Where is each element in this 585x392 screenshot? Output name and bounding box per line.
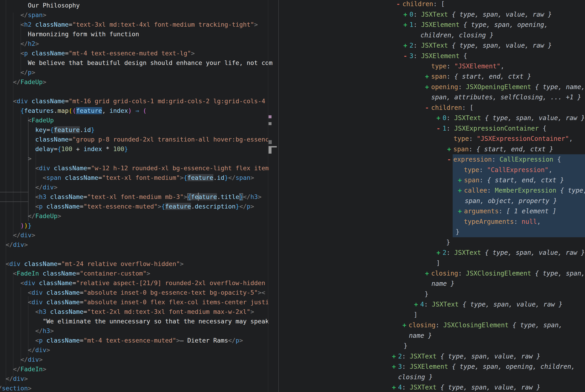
code-line[interactable]: </div> — [0, 355, 43, 364]
ast-row[interactable]: type: "JSXElement", — [431, 61, 504, 71]
ast-row[interactable]: +closing: JSXClosingElement { type, span… — [403, 320, 562, 330]
ast-row[interactable]: +span: { start, end, ctxt } — [447, 144, 553, 154]
ast-row[interactable]: +arguments: [ 1 element ] — [458, 206, 556, 216]
expand-toggle[interactable]: + — [403, 9, 407, 20]
ast-row[interactable]: children, closing } — [421, 30, 493, 40]
code-line[interactable]: <div className="relative aspect-[21/9] r… — [0, 278, 265, 288]
ast-row[interactable]: +opening: JSXOpeningElement { type, name… — [425, 82, 585, 92]
ast-row[interactable]: -3: JSXElement { — [403, 51, 467, 61]
ast-row[interactable]: closing } — [398, 372, 433, 382]
ast-row[interactable]: +4: JSXText { type, span, value, raw } — [392, 382, 540, 392]
code-line[interactable]: </h2> — [0, 39, 39, 48]
expand-toggle[interactable]: + — [392, 351, 396, 362]
pane-divider[interactable] — [278, 0, 279, 392]
code-line[interactable]: <FadeUp — [0, 116, 54, 125]
expand-toggle[interactable]: + — [403, 20, 407, 30]
code-line[interactable]: </div> — [0, 374, 28, 384]
code-line[interactable]: We believe that beautiful design should … — [0, 58, 273, 68]
code-line[interactable]: <div className="mt-16 grid grid-cols-1 m… — [0, 96, 265, 106]
expand-toggle[interactable]: + — [403, 320, 406, 330]
code-line[interactable]: > — [0, 154, 32, 164]
code-line[interactable]: <h3 className="text-xl font-medium mb-3"… — [0, 192, 261, 202]
code-line[interactable]: <h3 className="text-2xl md:text-3xl font… — [0, 307, 254, 316]
code-line[interactable]: <div className="absolute inset-0 bg-esse… — [0, 288, 265, 298]
ast-row[interactable]: +1: JSXElement { type, span, opening, — [403, 20, 548, 30]
expand-toggle[interactable]: + — [458, 185, 462, 196]
code-line[interactable]: <p className="mt-4 text-essence-muted te… — [0, 48, 195, 58]
ast-row[interactable]: -children: [ — [425, 102, 473, 113]
code-line[interactable]: </div> — [0, 182, 58, 192]
code-line[interactable]: </FadeIn> — [0, 364, 46, 374]
code-line[interactable]: <FadeIn className="container-custom"> — [0, 269, 150, 278]
ast-row[interactable]: span, attributes, selfClosing, ... +1 } — [431, 92, 581, 102]
ast-row[interactable]: +callee: MemberExpression { type, — [458, 185, 585, 196]
code-line[interactable]: </FadeUp> — [0, 211, 61, 221]
ast-row[interactable]: -expression: CallExpression { — [447, 154, 561, 164]
ast-row[interactable]: type: "JSXExpressionContainer", — [454, 134, 573, 144]
code-line[interactable]: </div> — [0, 345, 50, 355]
expand-toggle[interactable]: + — [403, 40, 407, 50]
ast-row[interactable]: } — [425, 289, 428, 299]
code-line[interactable]: </span> — [0, 10, 46, 20]
ast-row[interactable]: span, object, property } — [465, 196, 557, 206]
expand-toggle[interactable]: + — [392, 362, 396, 372]
expand-toggle[interactable]: + — [392, 382, 396, 392]
ast-row[interactable]: ] — [414, 310, 418, 320]
ast-row[interactable]: +span: { start, end, ctxt } — [458, 175, 564, 185]
code-line[interactable]: <h2 className="text-3xl md:text-4xl font… — [0, 20, 258, 30]
code-editor-pane[interactable]: Our Philosophy</span><h2 className="text… — [0, 0, 277, 392]
code-line[interactable]: <div className="mt-24 relative overflow-… — [0, 259, 184, 269]
ast-row[interactable]: +3: JSXElement { type, span, opening, ch… — [392, 362, 575, 372]
expand-toggle[interactable]: + — [425, 268, 429, 278]
ast-row[interactable]: -children: [ — [396, 0, 445, 9]
collapse-toggle[interactable]: - — [447, 154, 451, 164]
code-line[interactable]: ))} — [0, 221, 32, 230]
expand-toggle[interactable]: + — [436, 113, 440, 123]
code-line[interactable]: /section> — [0, 384, 32, 392]
code-line[interactable]: Our Philosophy — [0, 1, 80, 10]
expand-toggle[interactable]: + — [458, 175, 462, 185]
expand-toggle[interactable]: + — [425, 82, 429, 92]
ast-inspector-pane[interactable]: -children: [+0: JSXText { type, span, va… — [279, 0, 585, 392]
code-line[interactable]: <div className="w-12 h-12 rounded-xl bg-… — [0, 164, 269, 173]
ast-row[interactable]: } — [446, 237, 450, 248]
code-line[interactable]: <div className="absolute inset-0 flex fl… — [0, 298, 269, 307]
ast-row[interactable]: ] — [436, 258, 440, 268]
code-line[interactable]: Harmonizing form with function — [0, 30, 139, 39]
ast-row[interactable]: name } — [431, 278, 454, 289]
ast-row[interactable]: +2: JSXText { type, span, value, raw } — [392, 351, 540, 362]
expand-toggle[interactable]: + — [436, 248, 440, 258]
ast-row[interactable]: typeArguments: null, — [464, 216, 541, 227]
ast-row[interactable]: +4: JSXText { type, span, value, raw } — [414, 299, 563, 310]
ast-row[interactable]: } — [456, 227, 459, 237]
ast-row[interactable]: } — [404, 341, 408, 351]
code-line[interactable]: <span className="text-xl font-medium">{f… — [0, 173, 254, 182]
expand-toggle[interactable]: + — [458, 206, 462, 216]
code-line[interactable]: </h3> — [0, 326, 54, 336]
collapse-toggle[interactable]: - — [403, 51, 407, 61]
code-line[interactable]: delay={100 + index * 100} — [0, 144, 128, 154]
ast-row[interactable]: +span: { start, end, ctxt } — [425, 71, 531, 82]
expand-toggle[interactable]: + — [414, 299, 418, 310]
code-line[interactable]: "We eliminate the unnecessary so that th… — [0, 316, 269, 326]
code-line[interactable]: <p className="mt-4 text-essence-muted">—… — [0, 336, 243, 345]
code-line[interactable]: </p> — [0, 68, 35, 77]
ast-row[interactable]: +2: JSXText { type, span, value, raw } — [403, 40, 552, 50]
collapse-toggle[interactable]: - — [436, 123, 440, 134]
ast-row[interactable]: name } — [409, 330, 432, 341]
code-line[interactable]: </div> — [0, 230, 35, 240]
ast-row[interactable]: type: "CallExpression", — [464, 165, 552, 175]
collapse-toggle[interactable]: - — [425, 102, 429, 113]
code-line[interactable]: <p className="text-essence-muted">{featu… — [0, 202, 254, 211]
code-line[interactable]: className="group p-8 rounded-2xl transit… — [0, 135, 269, 144]
code-line[interactable]: key={feature.id} — [0, 125, 95, 135]
ast-row[interactable]: -1: JSXExpressionContainer { — [436, 123, 546, 134]
ast-row[interactable]: +2: JSXText { type, span, value, raw } — [436, 248, 585, 258]
code-line[interactable]: </FadeUp> — [0, 77, 46, 87]
code-line[interactable]: {features.map((feature, index) ⇒ ( — [0, 106, 146, 116]
ast-row[interactable]: +0: JSXText { type, span, value, raw } — [403, 9, 552, 20]
collapse-toggle[interactable]: - — [396, 0, 400, 9]
expand-toggle[interactable]: + — [425, 71, 429, 82]
ast-row[interactable]: +closing: JSXClosingElement { type, span… — [425, 268, 585, 278]
ast-row[interactable]: +0: JSXText { type, span, value, raw } — [436, 113, 585, 123]
